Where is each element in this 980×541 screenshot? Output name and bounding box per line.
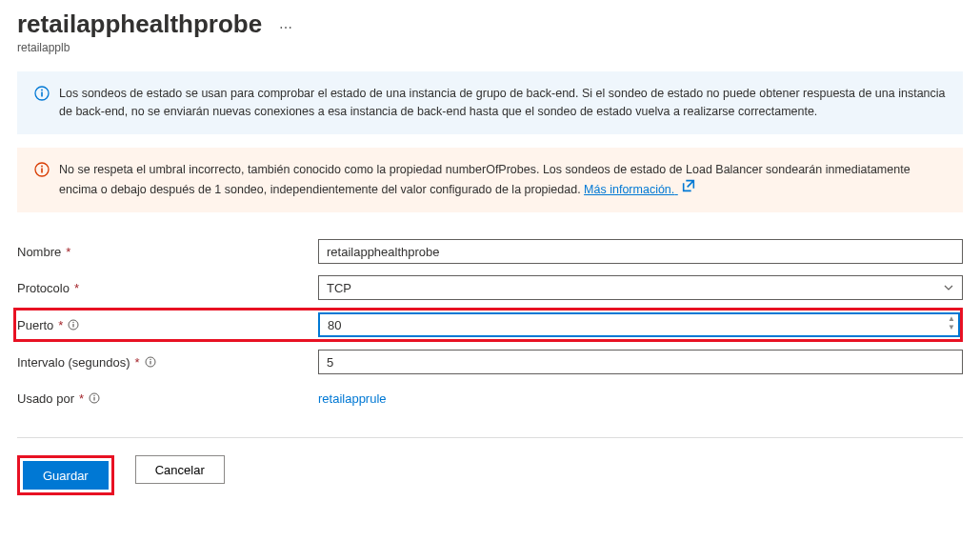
port-input[interactable] bbox=[318, 312, 960, 337]
name-label: Nombre * bbox=[17, 245, 318, 259]
warning-alert-text: No se respeta el umbral incorrecto, tamb… bbox=[59, 161, 946, 200]
warning-icon bbox=[34, 162, 50, 177]
usedby-label: Usado por * bbox=[17, 391, 318, 406]
info-icon[interactable] bbox=[145, 356, 156, 368]
learn-more-link[interactable]: Más información. bbox=[584, 183, 696, 196]
info-icon[interactable] bbox=[68, 319, 79, 331]
external-link-icon bbox=[681, 178, 696, 193]
page-subtitle: retailapplb bbox=[17, 41, 963, 54]
health-probe-form: Nombre * Protocolo * TCP Puerto * ▲ ▼ bbox=[17, 235, 963, 414]
port-label: Puerto * bbox=[17, 318, 318, 332]
port-decrement[interactable]: ▼ bbox=[947, 323, 956, 331]
svg-rect-8 bbox=[73, 324, 74, 328]
interval-input[interactable] bbox=[318, 350, 963, 374]
info-alert-text: Los sondeos de estado se usan para compr… bbox=[59, 85, 946, 121]
port-increment[interactable]: ▲ bbox=[947, 314, 956, 323]
name-input[interactable] bbox=[318, 239, 963, 264]
cancel-button[interactable]: Cancelar bbox=[135, 455, 225, 484]
info-alert: Los sondeos de estado se usan para compr… bbox=[17, 71, 963, 134]
svg-point-10 bbox=[150, 359, 150, 360]
svg-point-1 bbox=[41, 90, 43, 91]
svg-point-7 bbox=[73, 322, 74, 323]
svg-point-13 bbox=[93, 395, 94, 396]
svg-rect-14 bbox=[93, 397, 94, 401]
info-icon[interactable] bbox=[89, 392, 100, 404]
interval-label: Intervalo (segundos) * bbox=[17, 355, 318, 370]
info-icon bbox=[34, 86, 50, 101]
svg-point-4 bbox=[41, 165, 43, 167]
usedby-link[interactable]: retailapprule bbox=[318, 391, 387, 406]
warning-alert: No se respeta el umbral incorrecto, tamb… bbox=[17, 148, 963, 213]
chevron-down-icon bbox=[943, 282, 954, 293]
footer-actions: Guardar Cancelar bbox=[17, 437, 963, 495]
page-title: retailapphealthprobe bbox=[17, 10, 262, 39]
svg-rect-2 bbox=[41, 92, 43, 97]
more-actions-icon[interactable]: ⋯ bbox=[279, 20, 292, 35]
svg-rect-11 bbox=[150, 361, 150, 365]
svg-rect-5 bbox=[41, 168, 43, 172]
protocol-label: Protocolo * bbox=[17, 281, 318, 295]
save-button[interactable]: Guardar bbox=[23, 461, 109, 490]
protocol-select[interactable]: TCP bbox=[318, 275, 963, 300]
